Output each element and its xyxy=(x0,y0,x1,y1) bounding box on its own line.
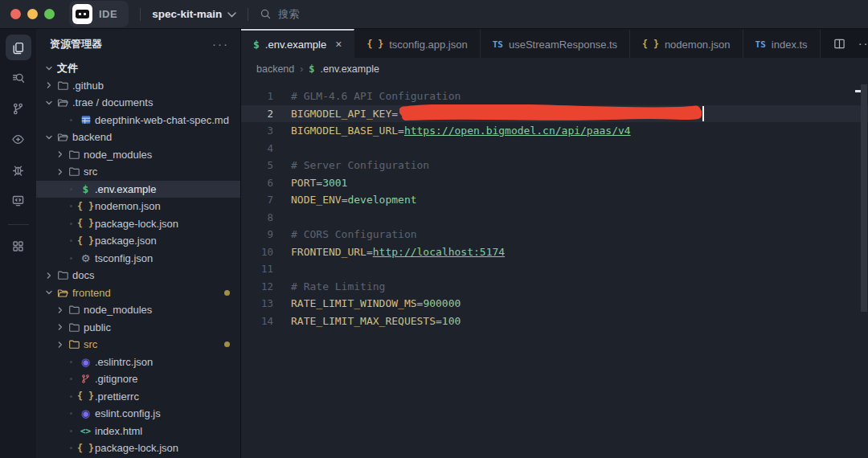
tree-item-index-html[interactable]: <>index.html xyxy=(36,423,240,440)
markdown-icon xyxy=(78,114,93,125)
folder-open-icon xyxy=(55,131,71,143)
file-bullet xyxy=(70,395,72,398)
tab-index-ts[interactable]: TSindex.ts xyxy=(743,29,821,58)
code-line-10[interactable]: 10FRONTEND_URL=http://localhost:5174 xyxy=(241,243,868,261)
split-editor-button[interactable] xyxy=(833,38,845,50)
minimize-window-button[interactable] xyxy=(27,9,38,19)
tab-nodemon-json[interactable]: { }nodemon.json xyxy=(630,29,743,58)
tree-item-nodemon-json[interactable]: { }nodemon.json xyxy=(36,198,240,215)
code-line-3[interactable]: 3BIGMODEL_BASE_URL=https://open.bigmodel… xyxy=(241,122,868,140)
tree-item-label: backend xyxy=(72,131,112,143)
close-window-button[interactable] xyxy=(10,9,21,19)
tree-item-package-json[interactable]: { }package.json xyxy=(36,232,240,250)
gear-icon: ⚙ xyxy=(78,252,93,264)
activity-extensions-button[interactable] xyxy=(6,233,31,259)
scrollbar-thumb[interactable] xyxy=(861,84,867,312)
more-actions-button[interactable]: ··· xyxy=(858,40,868,47)
code-line-12[interactable]: 12# Rate Limiting xyxy=(241,278,868,296)
tree-item-node-modules[interactable]: node_modules xyxy=(36,301,240,319)
tree-item-label: deepthink-web-chat-spec.md xyxy=(95,114,229,126)
token-op: = xyxy=(366,246,373,258)
search-icon xyxy=(11,72,25,85)
token-op: = xyxy=(391,108,398,120)
tree-item-eslint-config-js[interactable]: ◉eslint.config.js xyxy=(36,405,240,423)
tree-item-github[interactable]: .github xyxy=(36,77,240,95)
tab-env-example[interactable]: $.env.example× xyxy=(241,29,354,58)
code-line-8[interactable]: 8 xyxy=(241,209,868,227)
breadcrumb-folder[interactable]: backend xyxy=(256,63,294,75)
line-number: 3 xyxy=(241,125,273,137)
line-number: 2 xyxy=(241,108,273,120)
tree-item-node-modules[interactable]: node_modules xyxy=(36,146,240,164)
tree-item-label: frontend xyxy=(72,287,111,299)
eye-plus-icon xyxy=(11,133,25,146)
breadcrumb-separator: › xyxy=(300,63,303,75)
code-line-14[interactable]: 14RATE_LIMIT_MAX_REQUESTS=100 xyxy=(241,313,868,330)
token-key: BIGMODEL_API_KEY xyxy=(291,108,391,120)
activity-debug-button[interactable] xyxy=(6,157,31,182)
breadcrumb-file[interactable]: .env.example xyxy=(321,63,379,75)
tab-tsconfig-app-json[interactable]: { }tsconfig.app.json xyxy=(354,29,480,58)
tree-item-label: public xyxy=(84,321,111,333)
line-number: 10 xyxy=(241,246,273,258)
close-tab-icon[interactable]: × xyxy=(335,38,342,51)
code-line-1[interactable]: 1# GLM-4.6 API Configuration xyxy=(241,88,868,105)
activity-explorer-button[interactable] xyxy=(6,35,31,60)
braces-icon: { } xyxy=(78,391,93,402)
tree-item-gitignore[interactable]: .gitignore xyxy=(36,370,240,388)
tree-item-prettierrc[interactable]: { }.prettierrc xyxy=(36,388,240,406)
code-line-7[interactable]: 7NODE_ENV=development xyxy=(241,191,868,209)
code-line-13[interactable]: 13RATE_LIMIT_WINDOW_MS=900000 xyxy=(241,295,868,313)
code-line-4[interactable]: 4 xyxy=(241,140,868,157)
ide-logo-button[interactable]: IDE xyxy=(69,1,129,27)
activity-watch-button[interactable] xyxy=(6,126,31,152)
tree-item-frontend[interactable]: frontend xyxy=(36,284,240,302)
code-line-5[interactable]: 5# Server Configuration xyxy=(241,157,868,174)
chevron-down-icon xyxy=(43,133,55,141)
tree-item-env-example[interactable]: $.env.example xyxy=(36,181,240,198)
code-line-9[interactable]: 9# CORS Configuration xyxy=(241,226,868,243)
tree-item-deepthink-web-chat-spec-md[interactable]: deepthink-web-chat-spec.md xyxy=(36,112,240,129)
ide-logo-icon xyxy=(72,4,92,24)
tree-item-package-lock-json[interactable]: { }package-lock.json xyxy=(36,440,240,457)
tree-item-backend[interactable]: backend xyxy=(36,129,240,146)
tab-usestreamresponse-ts[interactable]: TSuseStreamResponse.ts xyxy=(481,29,630,58)
tree-item-src[interactable]: src xyxy=(36,163,240,181)
tree-item-文件[interactable]: 文件 xyxy=(36,59,240,77)
tree-item-trae-documents[interactable]: .trae / documents xyxy=(36,94,240,112)
redaction-scribble xyxy=(399,104,702,122)
global-search[interactable]: 搜索 xyxy=(260,7,299,22)
token-num: 900000 xyxy=(423,297,461,309)
ide-window: IDE spec-kit-main 搜索 资源管理器 ··· 文件.github… xyxy=(0,0,868,458)
breadcrumb[interactable]: backend › $ .env.example xyxy=(241,58,868,80)
code-line-11[interactable]: 11 xyxy=(241,260,868,278)
activity-source-control-button[interactable] xyxy=(6,96,31,121)
zoom-window-button[interactable] xyxy=(44,9,55,19)
token-comment: # Server Configuration xyxy=(291,159,429,171)
code-editor[interactable]: 1# GLM-4.6 API Configuration2BIGMODEL_AP… xyxy=(241,80,868,458)
chevron-right-icon xyxy=(54,323,67,331)
tree-item-eslintrc-json[interactable]: ◉.eslintrc.json xyxy=(36,354,240,371)
tree-item-tsconfig-json[interactable]: ⚙tsconfig.json xyxy=(36,250,240,268)
project-name: spec-kit-main xyxy=(152,8,222,20)
sidebar-title: 资源管理器 xyxy=(50,37,212,51)
activity-search-button[interactable] xyxy=(6,65,31,91)
sidebar-more-button[interactable]: ··· xyxy=(212,41,229,47)
project-switcher[interactable]: spec-kit-main xyxy=(152,8,236,20)
code-line-2[interactable]: 2BIGMODEL_API_KEY= xyxy=(241,105,868,123)
tree-item-docs[interactable]: docs xyxy=(36,267,240,284)
file-bullet xyxy=(70,119,72,121)
activity-remote-button[interactable] xyxy=(6,187,31,213)
folder-closed-icon xyxy=(55,269,71,281)
tree-item-package-lock-json[interactable]: { }package-lock.json xyxy=(36,215,240,233)
modified-indicator-dot xyxy=(224,290,230,296)
token-url: https://open.bigmodel.cn/api/paas/v4 xyxy=(404,125,631,137)
titlebar: IDE spec-kit-main 搜索 xyxy=(0,0,868,29)
tree-item-public[interactable]: public xyxy=(36,319,240,337)
code-line-6[interactable]: 6PORT=3001 xyxy=(241,174,868,192)
folder-closed-icon xyxy=(67,321,82,333)
line-number: 1 xyxy=(241,90,273,102)
chevron-right-icon xyxy=(54,341,67,349)
token-op: = xyxy=(342,194,348,206)
tree-item-src[interactable]: src xyxy=(36,336,240,354)
